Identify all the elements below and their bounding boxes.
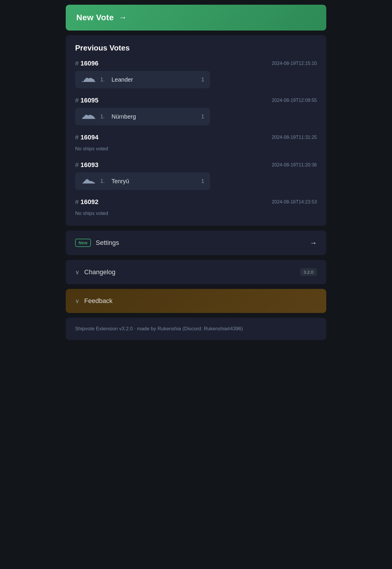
ship-vote-count: 1 xyxy=(201,114,204,120)
vote-entry: # 16092 2024-08-16T14:23:53 No ships vot… xyxy=(75,198,317,218)
vote-header: # 16094 2024-08-19T11:31:25 xyxy=(75,134,317,141)
vote-entry: # 16093 2024-08-19T11:20:36 1. Tenryū 1 xyxy=(75,161,317,190)
new-vote-button[interactable]: New Vote → xyxy=(66,5,326,31)
previous-votes-card: Previous Votes # 16096 2024-08-19T12:15:… xyxy=(66,35,326,226)
new-vote-label: New Vote xyxy=(76,13,114,22)
ship-name: Leander xyxy=(111,76,197,83)
vote-number: # 16093 xyxy=(75,161,99,169)
ship-vote-count: 1 xyxy=(201,178,204,184)
feedback-card[interactable]: ∨ Feedback xyxy=(66,289,326,313)
no-ships-text: No ships voted xyxy=(75,145,317,153)
vote-timestamp: 2024-08-19T12:09:55 xyxy=(272,98,317,103)
ship-rank: 1. xyxy=(100,114,107,120)
version-badge: 3.2.0 xyxy=(300,268,317,276)
vote-entry: # 16094 2024-08-19T11:31:25 No ships vot… xyxy=(75,134,317,153)
ship-rank: 1. xyxy=(100,77,107,83)
changelog-label: Changelog xyxy=(84,268,295,276)
ship-item: 1. Tenryū 1 xyxy=(75,172,210,190)
vote-header: # 16095 2024-08-19T12:09:55 xyxy=(75,97,317,104)
footer-text: Shipvote Extension v3.2.0 · made by Ruke… xyxy=(75,326,317,332)
previous-votes-title: Previous Votes xyxy=(75,43,317,53)
vote-number: # 16094 xyxy=(75,134,99,141)
ship-name: Nürnberg xyxy=(111,113,197,120)
ship-item: 1. Nürnberg 1 xyxy=(75,108,210,125)
ship-name: Tenryū xyxy=(111,178,197,185)
vote-header: # 16093 2024-08-19T11:20:36 xyxy=(75,161,317,169)
vote-timestamp: 2024-08-19T11:31:25 xyxy=(272,135,317,140)
changelog-card[interactable]: ∨ Changelog 3.2.0 xyxy=(66,260,326,284)
vote-number: # 16095 xyxy=(75,97,99,104)
settings-arrow-icon: → xyxy=(310,239,317,247)
new-badge: New xyxy=(75,239,91,247)
chevron-down-icon: ∨ xyxy=(75,297,80,304)
vote-entry: # 16096 2024-08-19T12:15:10 1. Leander 1 xyxy=(75,60,317,88)
ship-item: 1. Leander 1 xyxy=(75,71,210,88)
vote-hash: # xyxy=(75,60,80,67)
vote-header: # 16092 2024-08-16T14:23:53 xyxy=(75,198,317,206)
vote-timestamp: 2024-08-16T14:23:53 xyxy=(272,199,317,205)
ship-icon xyxy=(81,176,96,186)
settings-card[interactable]: New Settings → xyxy=(66,230,326,255)
vote-hash: # xyxy=(75,161,80,169)
ship-icon xyxy=(81,112,96,121)
footer-card: Shipvote Extension v3.2.0 · made by Ruke… xyxy=(66,318,326,340)
settings-label: Settings xyxy=(96,239,305,247)
chevron-down-icon: ∨ xyxy=(75,269,80,276)
new-vote-arrow-icon: → xyxy=(119,13,127,22)
feedback-label: Feedback xyxy=(84,297,113,305)
no-ships-text: No ships voted xyxy=(75,209,317,218)
vote-header: # 16096 2024-08-19T12:15:10 xyxy=(75,60,317,67)
vote-hash: # xyxy=(75,134,80,141)
ship-vote-count: 1 xyxy=(201,77,204,83)
vote-number: # 16092 xyxy=(75,198,99,206)
vote-entry: # 16095 2024-08-19T12:09:55 1. Nürnberg … xyxy=(75,97,317,125)
ship-icon xyxy=(81,75,96,84)
vote-hash: # xyxy=(75,97,80,104)
vote-timestamp: 2024-08-19T12:15:10 xyxy=(272,61,317,66)
ship-rank: 1. xyxy=(100,178,107,184)
vote-timestamp: 2024-08-19T11:20:36 xyxy=(272,162,317,168)
vote-number: # 16096 xyxy=(75,60,99,67)
vote-hash: # xyxy=(75,198,80,206)
